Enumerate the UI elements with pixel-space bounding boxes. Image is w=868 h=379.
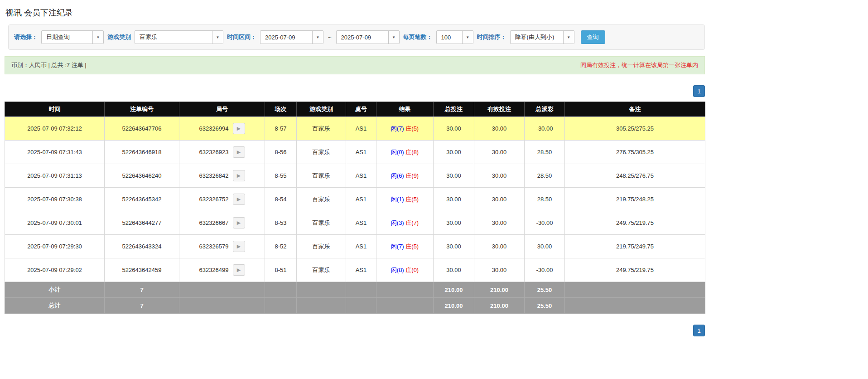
chevron-down-icon[interactable]: ▼ (312, 31, 323, 44)
valid-bet-note: 同局有效投注，统一计算在该局第一张注单内 (580, 61, 698, 69)
cell-time: 2025-07-09 07:30:01 (5, 211, 105, 235)
video-play-icon: ▶ (237, 220, 241, 226)
video-replay-button[interactable]: ▶ (233, 123, 245, 134)
cell-result: 闲(7) 庄(5) (376, 117, 434, 141)
cell-result: 闲(7) 庄(5) (376, 235, 434, 258)
cell-bet-id: 522643647706 (105, 117, 179, 141)
date-from-select[interactable]: 2025-07-09 ▼ (260, 30, 323, 44)
round-id-text: 632326842 (199, 172, 228, 179)
video-replay-button[interactable]: ▶ (233, 241, 245, 252)
cell-result: 闲(6) 庄(9) (376, 164, 434, 188)
footer-empty-cell (297, 298, 346, 314)
cell-bet-id: 522643644277 (105, 211, 179, 235)
result-banker: 庄(0) (405, 267, 419, 273)
cell-round-id: 632326667 ▶ (179, 211, 265, 235)
bet-records-table: 时间 注单编号 局号 场次 游戏类别 桌号 结果 总投注 有效投注 总派彩 备注… (5, 102, 705, 314)
page-1-button[interactable]: 1 (693, 85, 705, 97)
cell-session: 8-54 (265, 188, 297, 211)
cell-total-bet: 30.00 (434, 188, 474, 211)
col-table-no: 桌号 (346, 102, 376, 117)
subtotal-valid-bet: 210.00 (474, 282, 525, 298)
video-replay-button[interactable]: ▶ (233, 264, 245, 276)
result-banker: 庄(5) (405, 243, 419, 250)
cell-total-bet: 30.00 (434, 141, 474, 164)
col-game-type: 游戏类别 (297, 102, 346, 117)
subtotal-row: 小计 7 210.00 210.00 25.50 (5, 282, 705, 298)
search-button[interactable]: 查询 (581, 30, 605, 44)
date-range-separator: ~ (327, 34, 333, 41)
query-mode-select[interactable]: 日期查询 ▼ (41, 30, 104, 44)
grand-total-label: 总计 (5, 298, 105, 314)
cell-result: 闲(0) 庄(8) (376, 141, 434, 164)
video-replay-button[interactable]: ▶ (233, 217, 245, 228)
cell-bet-id: 522643646918 (105, 141, 179, 164)
cell-session: 8-53 (265, 211, 297, 235)
grand-total-row: 总计 7 210.00 210.00 25.50 (5, 298, 705, 314)
filter-bar: 请选择： 日期查询 ▼ 游戏类别 百家乐 ▼ 时间区间： 2025-07-09 … (8, 24, 705, 50)
col-round-id: 局号 (179, 102, 265, 117)
cell-time: 2025-07-09 07:31:13 (5, 164, 105, 188)
game-type-select[interactable]: 百家乐 ▼ (135, 30, 223, 44)
cell-result: 闲(8) 庄(0) (376, 258, 434, 282)
footer-empty-cell (265, 298, 297, 314)
page-content: 视讯 会员下注纪录 请选择： 日期查询 ▼ 游戏类别 百家乐 ▼ 时间区间： 2… (0, 0, 709, 345)
cell-total-bet: 30.00 (434, 211, 474, 235)
query-mode-value: 日期查询 (42, 31, 92, 44)
subtotal-label: 小计 (5, 282, 105, 298)
cell-valid-bet: 30.00 (474, 141, 525, 164)
table-row: 2025-07-09 07:31:13 522643646240 6323268… (5, 164, 705, 188)
cell-game-type: 百家乐 (297, 258, 346, 282)
round-id-text: 632326752 (199, 196, 228, 203)
cell-result: 闲(3) 庄(7) (376, 211, 434, 235)
cell-bet-id: 522643642459 (105, 258, 179, 282)
cell-round-id: 632326499 ▶ (179, 258, 265, 282)
cell-round-id: 632326842 ▶ (179, 164, 265, 188)
cell-payout: 28.50 (525, 188, 565, 211)
round-id-text: 632326994 (199, 125, 228, 132)
cell-note: 219.75/248.25 (565, 188, 705, 211)
cell-game-type: 百家乐 (297, 164, 346, 188)
subtotal-payout: 25.50 (525, 282, 565, 298)
chevron-down-icon[interactable]: ▼ (388, 31, 399, 44)
cell-time: 2025-07-09 07:32:12 (5, 117, 105, 141)
chevron-down-icon[interactable]: ▼ (212, 31, 223, 44)
cell-note: 219.75/249.75 (565, 235, 705, 258)
cell-time: 2025-07-09 07:30:38 (5, 188, 105, 211)
date-to-select[interactable]: 2025-07-09 ▼ (336, 30, 400, 44)
cell-table-no: AS1 (346, 141, 376, 164)
video-replay-button[interactable]: ▶ (233, 170, 245, 181)
page-1-button[interactable]: 1 (693, 325, 705, 336)
page-size-value: 100 (437, 31, 462, 44)
cell-session: 8-51 (265, 258, 297, 282)
footer-empty-cell (565, 298, 705, 314)
footer-empty-cell (346, 282, 376, 298)
table-row: 2025-07-09 07:32:12 522643647706 6323269… (5, 117, 705, 141)
cell-round-id: 632326579 ▶ (179, 235, 265, 258)
table-row: 2025-07-09 07:30:01 522643644277 6323266… (5, 211, 705, 235)
cell-time: 2025-07-09 07:29:02 (5, 258, 105, 282)
result-player: 闲(0) (391, 149, 404, 155)
cell-valid-bet: 30.00 (474, 258, 525, 282)
cell-total-bet: 30.00 (434, 164, 474, 188)
video-play-icon: ▶ (237, 126, 241, 131)
subtotal-total-bet: 210.00 (434, 282, 474, 298)
cell-game-type: 百家乐 (297, 141, 346, 164)
game-type-label: 游戏类别 (107, 33, 131, 41)
chevron-down-icon[interactable]: ▼ (563, 31, 574, 44)
cell-valid-bet: 30.00 (474, 211, 525, 235)
cell-round-id: 632326994 ▶ (179, 117, 265, 141)
video-play-icon: ▶ (237, 173, 241, 179)
chevron-down-icon[interactable]: ▼ (92, 31, 103, 44)
cell-payout: -30.00 (525, 117, 565, 141)
time-sort-label: 时间排序： (477, 33, 506, 41)
cell-payout: 28.50 (525, 141, 565, 164)
cell-round-id: 632326923 ▶ (179, 141, 265, 164)
pagination-top: 1 (5, 85, 705, 97)
time-sort-select[interactable]: 降幂(由大到小) ▼ (510, 30, 574, 44)
chevron-down-icon[interactable]: ▼ (462, 31, 473, 44)
video-replay-button[interactable]: ▶ (233, 194, 245, 205)
date-from-value: 2025-07-09 (260, 31, 312, 44)
video-replay-button[interactable]: ▶ (233, 146, 245, 158)
page-size-select[interactable]: 100 ▼ (436, 30, 473, 44)
date-range-label: 时间区间： (227, 33, 256, 41)
